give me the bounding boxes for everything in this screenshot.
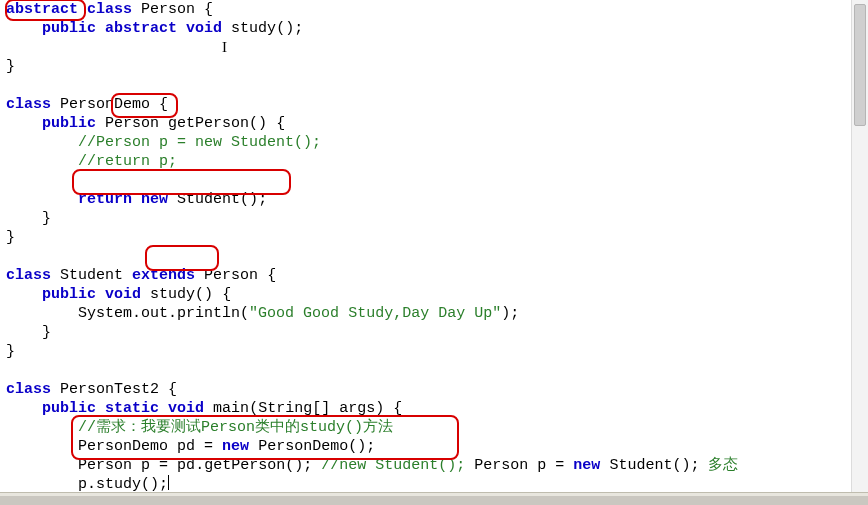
ident-person: Person [141, 1, 195, 18]
vertical-scrollbar[interactable] [851, 0, 868, 492]
semicolon: ; [258, 191, 267, 208]
brace-open: { [204, 1, 213, 18]
code-area[interactable]: abstract class Person { public abstract … [0, 0, 868, 494]
paren-open: ( [249, 400, 258, 417]
ident-p: p [78, 476, 87, 493]
ident-study: study [150, 286, 195, 303]
code-editor[interactable]: abstract class Person { public abstract … [0, 0, 868, 505]
keyword-public: public [42, 286, 96, 303]
code-line: System.out.println("Good Good Study,Day … [6, 304, 868, 323]
keyword-new: new [573, 457, 600, 474]
semicolon: ; [159, 476, 168, 493]
bracket-open: [ [312, 400, 321, 417]
paren-open: ( [141, 476, 150, 493]
dot: . [87, 476, 96, 493]
ident-student: Student [609, 457, 672, 474]
keyword-class: class [6, 96, 51, 113]
semicolon: ; [303, 457, 312, 474]
brace-open: { [276, 115, 285, 132]
ident-out: out [141, 305, 168, 322]
code-line: PersonDemo pd = new PersonDemo(); [6, 437, 868, 456]
keyword-void: void [186, 20, 222, 37]
brace-open: { [222, 286, 231, 303]
ident-study: study [96, 476, 141, 493]
semicolon: ; [294, 20, 303, 37]
code-line [6, 171, 868, 190]
keyword-public: public [42, 115, 96, 132]
code-line [6, 247, 868, 266]
scrollbar-thumb[interactable] [854, 4, 866, 126]
code-line: public static void main(String[] args) { [6, 399, 868, 418]
dot: . [168, 305, 177, 322]
keyword-new: new [222, 438, 249, 455]
paren-close: ) [258, 115, 267, 132]
paren-open: ( [276, 20, 285, 37]
keyword-return: return [78, 191, 132, 208]
ident-println: println [177, 305, 240, 322]
semicolon: ; [510, 305, 519, 322]
code-line: } [6, 209, 868, 228]
keyword-extends: extends [132, 267, 195, 284]
paren-open: ( [240, 305, 249, 322]
string-literal: "Good Good Study,Day Day Up" [249, 305, 501, 322]
code-line: public abstract void study(); [6, 19, 868, 38]
equals: = [204, 438, 213, 455]
keyword-new: new [141, 191, 168, 208]
brace-close: } [6, 343, 15, 360]
code-line: Person p = pd.getPerson(); //new Student… [6, 456, 868, 475]
code-line: return new Student(); [6, 190, 868, 209]
brace-close: } [6, 229, 15, 246]
code-line: abstract class Person { [6, 0, 868, 19]
comment: //return p; [78, 153, 177, 170]
ident-persondemo: PersonDemo [78, 438, 168, 455]
code-line: class PersonTest2 { [6, 380, 868, 399]
paren-open: ( [285, 457, 294, 474]
comment: //需求：我要测试Person类中的study()方法 [78, 419, 393, 436]
ident-person: Person [105, 115, 159, 132]
ident-person: Person [474, 457, 528, 474]
keyword-abstract: abstract [105, 20, 177, 37]
code-line: } [6, 57, 868, 76]
paren-close: ) [501, 305, 510, 322]
ident-student: Student [177, 191, 240, 208]
keyword-class: class [6, 381, 51, 398]
caret-icon [168, 475, 169, 490]
code-line: //需求：我要测试Person类中的study()方法 [6, 418, 868, 437]
paren-open: ( [249, 115, 258, 132]
ident-main: main [213, 400, 249, 417]
brace-open: { [168, 381, 177, 398]
code-line: //Person p = new Student(); [6, 133, 868, 152]
keyword-abstract: abstract [6, 1, 78, 18]
brace-open: { [267, 267, 276, 284]
equals: = [555, 457, 564, 474]
text-cursor-icon: I [222, 39, 227, 55]
code-line: public void study() { [6, 285, 868, 304]
dot: . [132, 305, 141, 322]
keyword-void: void [168, 400, 204, 417]
keyword-class: class [6, 267, 51, 284]
paren-open: ( [240, 191, 249, 208]
code-line [6, 361, 868, 380]
ident-getperson: getPerson [168, 115, 249, 132]
ident-study: study [231, 20, 276, 37]
brace-open: { [159, 96, 168, 113]
paren-close: ) [375, 400, 384, 417]
comment: //new Student(); [321, 457, 465, 474]
brace-close: } [42, 210, 51, 227]
keyword-public: public [42, 400, 96, 417]
paren-close: ) [150, 476, 159, 493]
ident-system: System [78, 305, 132, 322]
bracket-close: ] [321, 400, 330, 417]
paren-open: ( [348, 438, 357, 455]
ident-person: Person [78, 457, 132, 474]
code-line: class Student extends Person { [6, 266, 868, 285]
ident-persondemo: PersonDemo [60, 96, 150, 113]
ident-pd: pd [177, 438, 195, 455]
comment: //Person p = new Student(); [78, 134, 321, 151]
keyword-static: static [105, 400, 159, 417]
code-line: I [6, 38, 868, 57]
brace-close: } [42, 324, 51, 341]
ident-string: String [258, 400, 312, 417]
equals: = [159, 457, 168, 474]
ident-pd: pd [177, 457, 195, 474]
